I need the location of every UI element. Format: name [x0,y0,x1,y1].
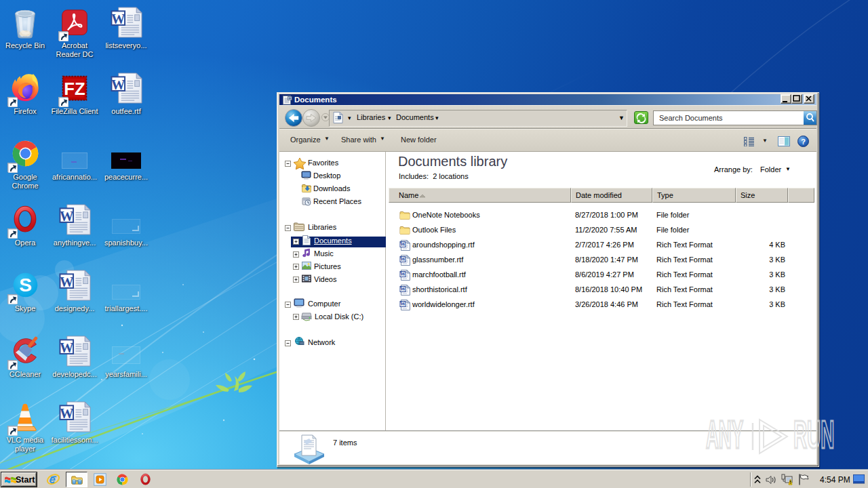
svg-text:!: ! [789,480,791,485]
svg-text:ANY: ANY [706,413,743,457]
svg-text:RUN: RUN [793,413,834,457]
svg-text:?: ? [801,138,806,146]
